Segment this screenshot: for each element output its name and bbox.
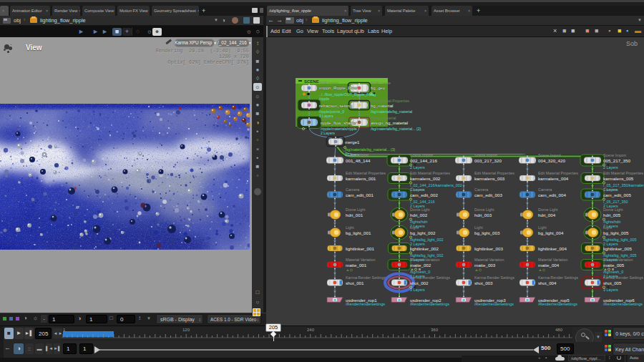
svg-text:Camera: Camera: [474, 187, 488, 192]
svg-text:cam_edit_004: cam_edit_004: [538, 192, 566, 197]
svg-text:karmalens_004: karmalens_004: [538, 176, 569, 181]
svg-text:Light: Light: [603, 225, 612, 230]
svg-text:cam_edit_002: cam_edit_002: [410, 192, 438, 197]
svg-text:Scene Import: Scene Import: [410, 153, 434, 157]
svg-text:bg_light_005: bg_light_005: [603, 230, 629, 235]
svg-text:cam_edit_005: cam_edit_005: [603, 192, 631, 197]
svg-text:Light: Light: [474, 225, 483, 230]
svg-text:Karma Render Settings: Karma Render Settings: [603, 275, 643, 280]
svg-text:matte_004: matte_004: [538, 263, 560, 268]
svg-text:hdri_002: hdri_002: [410, 212, 428, 217]
svg-text:Camera: Camera: [410, 187, 424, 192]
svg-text:matte_002: matte_002: [410, 263, 431, 268]
svg-text:3 Layers: 3 Layers: [410, 288, 425, 292]
svg-text:hdri_003: hdri_003: [474, 212, 492, 217]
svg-text:Dome Light: Dome Light: [538, 207, 558, 212]
svg-text:Dome Light: Dome Light: [410, 207, 430, 212]
svg-text:hdri_001: hdri_001: [346, 212, 364, 217]
svg-text:SOP Create: SOP Create: [371, 81, 391, 85]
svg-text:240: 240: [307, 328, 315, 332]
svg-text:480: 480: [555, 328, 563, 332]
svg-text:lightlinker_002: lightlinker_002: [410, 246, 439, 251]
svg-text:matte_003: matte_003: [474, 263, 496, 268]
svg-text:lightlinker_003: lightlinker_003: [474, 246, 503, 251]
svg-text:/bg/materials/bg_material...: /bg/materials/bg_material... (2): [371, 127, 421, 131]
svg-text:2 Layers: 2 Layers: [321, 131, 335, 135]
svg-text:Karma Render Settings: Karma Render Settings: [538, 275, 578, 280]
svg-text:Scene Import: Scene Import: [474, 153, 498, 157]
svg-text:Scene Import: Scene Import: [346, 153, 369, 157]
svg-text:Dome Light: Dome Light: [603, 207, 623, 212]
svg-text:shot_003: shot_003: [474, 280, 493, 285]
svg-text:bg_light_002: bg_light_002: [410, 230, 436, 235]
svg-text:Karma Render Settings: Karma Render Settings: [474, 275, 514, 280]
svg-text:/Render/rendersettings: /Render/rendersettings: [603, 302, 643, 306]
svg-text:cam_edit_001: cam_edit_001: [346, 192, 374, 197]
svg-text:lightlinker_005: lightlinker_005: [603, 246, 632, 251]
svg-text:ripple_flow_shader: ripple_flow_shader: [321, 121, 356, 125]
svg-text:002_144_216: 002_144_216: [410, 158, 437, 163]
svg-text:shot_004: shot_004: [538, 280, 557, 285]
svg-text:assign_bg_material: assign_bg_material: [371, 121, 408, 125]
svg-text:Material Variation: Material Variation: [410, 258, 440, 262]
svg-text:Karma Render Settings: Karma Render Settings: [410, 275, 450, 280]
svg-text:bg_light_001: bg_light_001: [346, 230, 371, 235]
svg-text:karmalens_002: karmalens_002: [410, 176, 441, 181]
svg-text:Camera: Camera: [346, 187, 359, 192]
svg-text:Edit Material Properties: Edit Material Properties: [603, 171, 643, 175]
svg-text:import_Ripple_Flow: import_Ripple_Flow: [319, 86, 358, 90]
svg-text:cam_edit_003: cam_edit_003: [474, 192, 502, 197]
svg-text:Material Variation: Material Variation: [474, 258, 504, 262]
svg-text:/bg/materials/bg_material: /bg/materials/bg_material: [371, 109, 412, 114]
svg-text:Assign Material: Assign Material: [371, 116, 396, 120]
svg-text:Camera: Camera: [538, 187, 552, 192]
svg-text:120: 120: [182, 328, 190, 332]
svg-text:3 Layers: 3 Layers: [603, 288, 618, 292]
svg-text:Edit Material Properties: Edit Material Properties: [538, 171, 578, 175]
svg-text:005_217_350: 005_217_350: [603, 158, 630, 163]
svg-text:matte_005: matte_005: [603, 263, 625, 268]
svg-text:/bg: /bg: [371, 92, 376, 97]
svg-text:360: 360: [431, 328, 439, 332]
svg-text:/ripple: /ripple: [319, 97, 329, 101]
svg-text:Light: Light: [538, 225, 547, 230]
svg-text:2 Layers: 2 Layers: [603, 165, 618, 170]
svg-text:lightlinker_001: lightlinker_001: [346, 246, 374, 251]
svg-text:bg_geo: bg_geo: [371, 86, 386, 90]
svg-text:Karma Render Settings: Karma Render Settings: [346, 275, 386, 280]
svg-text:/bg/materials/bg_material...: /bg/materials/bg_material... (3): [345, 147, 396, 152]
svg-text:Light: Light: [346, 225, 354, 230]
svg-text:Edit Material Properties: Edit Material Properties: [474, 171, 514, 175]
svg-text:merge1: merge1: [345, 140, 360, 145]
svg-text:/Render/rendersettings: /Render/rendersettings: [346, 302, 385, 306]
svg-text:Dome Light: Dome Light: [474, 207, 494, 212]
svg-text:Scene Import: Scene Import: [538, 153, 562, 157]
svg-text:bg_material: bg_material: [371, 104, 393, 108]
svg-text:bg_light_004: bg_light_004: [538, 230, 564, 235]
svg-text:Edit Material Properties: Edit Material Properties: [346, 171, 386, 175]
svg-text:/Render/rendersettings: /Render/rendersettings: [474, 302, 514, 306]
svg-text:Edit Material Properties: Edit Material Properties: [371, 99, 409, 103]
svg-text:Camera: Camera: [603, 187, 617, 192]
svg-text:karmalens_005: karmalens_005: [603, 176, 634, 181]
svg-text:Material Variation: Material Variation: [603, 258, 633, 262]
svg-text:matte_001: matte_001: [346, 263, 367, 268]
svg-text:bg_light_003: bg_light_003: [474, 230, 500, 235]
svg-text:Material Variation: Material Variation: [346, 258, 376, 262]
svg-text:Scene Import: Scene Import: [603, 153, 627, 157]
svg-text:Material Library: Material Library: [321, 116, 346, 120]
svg-text:hdri_004: hdri_004: [538, 212, 556, 217]
svg-text:SOP Import: SOP Import: [319, 81, 339, 85]
svg-text:hdri_005: hdri_005: [603, 212, 621, 217]
svg-text:/Render/rendersettings: /Render/rendersettings: [410, 302, 449, 306]
svg-text:lightlinker_004: lightlinker_004: [538, 246, 567, 251]
svg-text:004_320_420: 004_320_420: [538, 158, 565, 163]
svg-text:1: 1: [63, 328, 66, 332]
svg-text:003_217_320: 003_217_320: [474, 158, 502, 163]
svg-text:Edit Material Properties: Edit Material Properties: [410, 171, 450, 175]
svg-text:2 Layers: 2 Layers: [410, 165, 425, 170]
svg-text:SCENE: SCENE: [304, 79, 319, 84]
svg-text:shot_001: shot_001: [346, 280, 364, 285]
svg-text:Material Variation: Material Variation: [538, 258, 568, 262]
svg-text:/Render/rendersettings: /Render/rendersettings: [538, 302, 577, 306]
